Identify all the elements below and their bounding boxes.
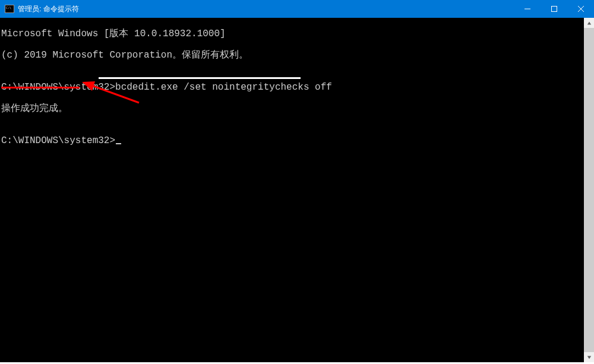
scroll-down-button[interactable] — [584, 352, 594, 362]
command-line: C:\WINDOWS\system32>bcdedit.exe /set noi… — [1, 82, 593, 93]
version-line: Microsoft Windows [版本 10.0.18932.1000] — [1, 29, 593, 39]
cursor — [116, 143, 121, 144]
svg-rect-1 — [551, 7, 557, 12]
terminal-output[interactable]: Microsoft Windows [版本 10.0.18932.1000] (… — [0, 18, 594, 362]
copyright-line: (c) 2019 Microsoft Corporation。保留所有权利。 — [1, 50, 593, 61]
scroll-thumb[interactable] — [584, 28, 594, 352]
chevron-up-icon — [587, 21, 592, 26]
cmd-icon — [5, 5, 14, 13]
svg-marker-7 — [587, 356, 590, 359]
window-title: 管理员: 命令提示符 — [18, 4, 79, 14]
vertical-scrollbar[interactable] — [584, 18, 594, 362]
prompt: C:\WINDOWS\system32> — [1, 82, 115, 93]
prompt-2: C:\WINDOWS\system32> — [1, 135, 115, 146]
white-underline-annotation — [99, 77, 301, 79]
minimize-button[interactable] — [514, 0, 541, 18]
result-line: 操作成功完成。 — [1, 103, 593, 114]
window-titlebar[interactable]: 管理员: 命令提示符 — [0, 0, 594, 18]
close-icon — [578, 6, 584, 12]
prompt-line: C:\WINDOWS\system32> — [1, 135, 593, 146]
maximize-icon — [551, 6, 557, 12]
svg-marker-6 — [587, 21, 590, 24]
command-prompt-window: 管理员: 命令提示符 Microsoft Windows [版本 10.0.18… — [0, 0, 594, 362]
scroll-track[interactable] — [584, 28, 594, 352]
maximize-button[interactable] — [541, 0, 567, 18]
close-button[interactable] — [567, 0, 594, 18]
command-text: bcdedit.exe /set nointegritychecks off — [115, 82, 332, 93]
minimize-icon — [525, 6, 530, 12]
chevron-down-icon — [587, 355, 592, 360]
window-controls — [514, 0, 594, 18]
scroll-up-button[interactable] — [584, 18, 594, 28]
